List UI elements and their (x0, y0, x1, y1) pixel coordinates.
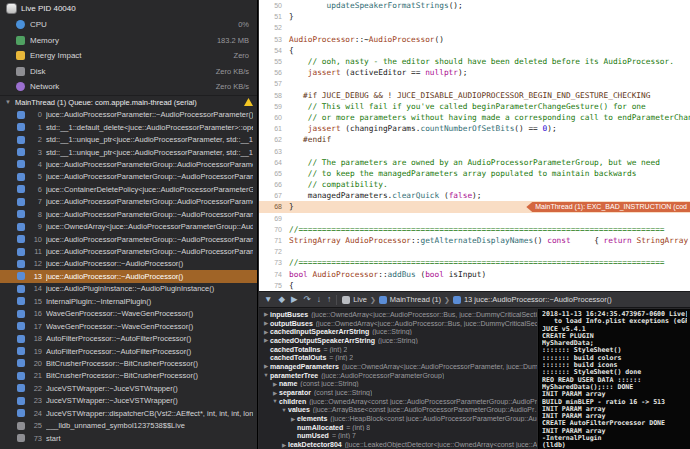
stack-frame[interactable]: 13juce::AudioProcessor::~AudioProcessor(… (0, 270, 257, 282)
stack-frame[interactable]: 7juce::AudioProcessorParameterGroup::Aud… (0, 196, 257, 208)
step-into-button[interactable]: ↓ (317, 295, 321, 304)
breadcrumb-item[interactable]: MainThread (1) (390, 295, 441, 304)
code-line[interactable]: 65 // to keep the managedParameters arra… (259, 168, 690, 179)
stack-frame[interactable]: 20BitCrusherProcessor::~BitCrusherProces… (0, 357, 257, 369)
variable-row[interactable]: ▶separator(const juce::String) (259, 388, 537, 397)
disclosure-triangle-icon[interactable]: ▶ (262, 320, 270, 326)
variable-row[interactable]: ▶cachedOutputSpeakerArrString(juce::Stri… (259, 336, 537, 345)
code-line[interactable]: 54{ (259, 45, 690, 56)
code-line[interactable]: 62 #endif (259, 134, 690, 145)
stack-frame[interactable]: 16WaveGenProcessor::~WaveGenProcessor() (0, 308, 257, 320)
code-line[interactable]: 64 // The parameters are owned by an Aud… (259, 157, 690, 168)
disclosure-triangle-icon[interactable]: ▶ (280, 442, 288, 448)
breakpoints-toggle-button[interactable]: ◆ (278, 295, 285, 304)
stack-frame[interactable]: 8juce::AudioProcessorParameterGroup::~Au… (0, 208, 257, 220)
line-number[interactable]: 58 (259, 92, 289, 99)
code-line[interactable]: 59 // This will fail if you've called be… (259, 101, 690, 112)
disclosure-triangle-icon[interactable]: ▶ (262, 363, 270, 369)
variable-row[interactable]: numUsed= (int) 7 (259, 432, 537, 441)
debug-console[interactable]: 2018-11-13 16:24:35.473967-0600 Live[40 … (538, 309, 690, 449)
variable-row[interactable]: ▶elements(juce::HeapBlock<const juce::Au… (259, 414, 537, 423)
gauge-row-energy-impact[interactable]: Energy ImpactZero (0, 48, 257, 64)
variable-row[interactable]: ▼parameterTree(juce::AudioProcessorParam… (259, 371, 537, 380)
code-line[interactable]: 74bool AudioProcessor::addBus (bool isIn… (259, 269, 690, 280)
stack-frame[interactable]: 10juce::AudioProcessorParameterGroup::~A… (0, 233, 257, 245)
disclosure-triangle-icon[interactable]: ▼ (4, 99, 12, 105)
variable-row[interactable]: numAllocated= (int) 8 (259, 423, 537, 432)
stack-frame[interactable]: 9juce::OwnedArray<juce::AudioProcessorPa… (0, 220, 257, 232)
stack-frame[interactable]: 24JuceVSTWrapper::dispatcherCB(Vst2::AEf… (0, 407, 257, 419)
gauge-row-disk[interactable]: DiskZero KB/s (0, 64, 257, 80)
variable-row[interactable]: ▶cachedInputSpeakerArrString(juce::Strin… (259, 327, 537, 336)
stack-frame[interactable]: 5juce::AudioProcessorParameterGroup::~Au… (0, 171, 257, 183)
code-line[interactable]: 53AudioProcessor::~AudioProcessor() (259, 34, 690, 45)
code-line[interactable]: 70//====================================… (259, 224, 690, 235)
gauge-row-network[interactable]: NetworkZero KB/s (0, 79, 257, 95)
code-line[interactable]: 57 (259, 78, 690, 89)
code-line[interactable]: 73//====================================… (259, 257, 690, 268)
line-number[interactable]: 68 (259, 203, 289, 210)
line-number[interactable]: 54 (259, 47, 289, 54)
stack-frame[interactable]: 11juce::AudioProcessorParameterGroup::~A… (0, 245, 257, 257)
code-line[interactable]: 69 (259, 213, 690, 224)
code-line[interactable]: 50 updateSpeakerFormatStrings(); (259, 0, 690, 11)
stack-frame[interactable]: 19AutoFilterProcessor::~AutoFilterProces… (0, 345, 257, 357)
disclosure-triangle-icon[interactable]: ▼ (262, 372, 270, 378)
variable-row[interactable]: ▼values(juce::ArrayBase<const juce::Audi… (259, 406, 537, 415)
continue-button[interactable]: ▶ (291, 295, 298, 304)
stack-frame[interactable]: 17WaveGenProcessor::~WaveGenProcessor() (0, 320, 257, 332)
stack-frame[interactable]: 4juce::AudioProcessorParameterGroup::Aud… (0, 158, 257, 170)
breadcrumb-item[interactable]: Live (353, 295, 367, 304)
stack-frame[interactable]: 23JuceVSTWrapper::~JuceVSTWrapper() (0, 395, 257, 407)
variable-row[interactable]: ▶inputBuses(juce::OwnedArray<juce::Audio… (259, 310, 537, 319)
disclosure-triangle-icon[interactable]: ▶ (271, 381, 279, 387)
breadcrumb-item[interactable]: 13 juce::AudioProcessor::~AudioProcessor… (464, 295, 612, 304)
line-number[interactable]: 55 (259, 58, 289, 65)
stack-frame[interactable]: 21BitCrusherProcessor::~BitCrusherProces… (0, 370, 257, 382)
code-line[interactable]: 67 managedParameters.clearQuick (false); (259, 190, 690, 201)
disclosure-triangle-icon[interactable]: ▶ (262, 311, 270, 317)
variable-row[interactable]: ▶name(const juce::String) (259, 380, 537, 389)
step-over-button[interactable]: ↷ (304, 295, 311, 304)
step-out-button[interactable]: ↑ (327, 295, 331, 304)
line-number[interactable]: 73 (259, 259, 289, 266)
gauge-row-cpu[interactable]: CPU0% (0, 17, 257, 33)
line-number[interactable]: 52 (259, 24, 289, 31)
stack-frame[interactable]: 12juce::AudioProcessor::~AudioProcessor(… (0, 258, 257, 270)
process-row[interactable]: Live PID 40040 (0, 0, 257, 17)
line-number[interactable]: 71 (259, 237, 289, 244)
hide-debug-area-button[interactable]: ▼ (264, 295, 272, 304)
stack-frame[interactable]: 6juce::ContainerDeletePolicy<juce::Audio… (0, 183, 257, 195)
line-number[interactable]: 67 (259, 192, 289, 199)
line-number[interactable]: 64 (259, 159, 289, 166)
code-line[interactable]: 72 (259, 246, 690, 257)
disclosure-triangle-icon[interactable]: ▶ (289, 416, 297, 422)
line-number[interactable]: 53 (259, 36, 289, 43)
stack-frame[interactable]: 2std::__1::unique_ptr<juce::AudioProcess… (0, 133, 257, 145)
code-line[interactable]: 55 // ooh, nasty - the editor should hav… (259, 56, 690, 67)
disclosure-triangle-icon[interactable]: ▶ (262, 337, 270, 343)
code-line[interactable]: 68}MainThread (1): EXC_BAD_INSTRUCTION (… (259, 201, 690, 212)
line-number[interactable]: 70 (259, 226, 289, 233)
variable-row[interactable]: cachedTotalOuts= (int) 2 (259, 353, 537, 362)
stack-frame[interactable]: 73start (0, 432, 257, 444)
stack-frame[interactable]: 18AutoFilterProcessor::~AutoFilterProces… (0, 332, 257, 344)
code-line[interactable]: 60 // or more parameters without having … (259, 112, 690, 123)
stack-frame[interactable]: 14juce::AudioPluginInstance::~AudioPlugi… (0, 283, 257, 295)
thread-row[interactable]: ▼ MainThread (1) Queue: com.apple.main-t… (0, 95, 257, 109)
stack-frame[interactable]: 1std::__1::default_delete<juce::AudioPro… (0, 121, 257, 133)
stack-frame[interactable]: 0juce::AudioProcessorParameter::~AudioPr… (0, 109, 257, 121)
code-line[interactable]: 61 jassert (changingParams.countNumberOf… (259, 123, 690, 134)
disclosure-triangle-icon[interactable]: ▼ (280, 407, 288, 413)
code-line[interactable]: 52 (259, 22, 690, 33)
code-line[interactable]: 75{ (259, 280, 690, 291)
line-number[interactable]: 65 (259, 170, 289, 177)
line-number[interactable]: 60 (259, 114, 289, 121)
code-line[interactable]: 58 #if JUCE_DEBUG && ! JUCE_DISABLE_AUDI… (259, 90, 690, 101)
disclosure-triangle-icon[interactable]: ▼ (271, 398, 279, 404)
line-number[interactable]: 62 (259, 136, 289, 143)
variable-row[interactable]: ▶leakDetector804(juce::LeakedObjectDetec… (259, 440, 537, 449)
variable-row[interactable]: ▼children(juce::OwnedArray<const juce::A… (259, 397, 537, 406)
line-number[interactable]: 75 (259, 282, 289, 289)
code-line[interactable]: 66 // compatibility. (259, 179, 690, 190)
